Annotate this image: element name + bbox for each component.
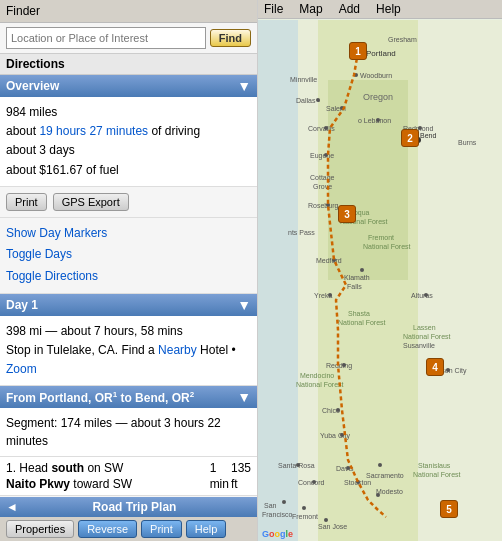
svg-text:National Forest: National Forest [296, 381, 344, 388]
links-section: Show Day Markers Toggle Days Toggle Dire… [0, 218, 257, 294]
day1-content: 398 mi — about 7 hours, 58 mins Stop in … [0, 316, 257, 387]
svg-text:National Forest: National Forest [403, 333, 451, 340]
menu-help[interactable]: Help [376, 2, 401, 16]
roadtrip-toolbar: Properties Reverse Print Help [0, 517, 257, 541]
svg-text:Concord: Concord [298, 479, 325, 486]
segment-content: Segment: 174 miles — about 3 hours 22 mi… [0, 408, 257, 457]
days-info: about 3 days [6, 141, 251, 160]
day1-stop: Stop in Tulelake, CA. Find a Nearby Hote… [6, 341, 251, 379]
zoom-link[interactable]: Zoom [6, 362, 37, 376]
svg-text:Fremont: Fremont [368, 234, 394, 241]
svg-text:Alturas: Alturas [411, 292, 433, 299]
show-day-markers-link[interactable]: Show Day Markers [6, 223, 251, 245]
svg-text:Burns: Burns [458, 139, 477, 146]
properties-button[interactable]: Properties [6, 520, 74, 538]
svg-text:Susanville: Susanville [403, 342, 435, 349]
svg-point-61 [378, 463, 382, 467]
step1-col2: 1 [210, 461, 229, 475]
roadtrip-print-button[interactable]: Print [141, 520, 182, 538]
menu-file[interactable]: File [264, 2, 283, 16]
directions-label: Directions [0, 54, 257, 75]
svg-text:Eugene: Eugene [310, 152, 334, 160]
svg-text:Klamath: Klamath [344, 274, 370, 281]
svg-text:Oregon: Oregon [363, 92, 393, 102]
svg-text:Sacramento: Sacramento [366, 472, 404, 479]
svg-text:Lassen: Lassen [413, 324, 436, 331]
segment-text: Segment: 174 miles — about 3 hours 22 mi… [6, 414, 251, 450]
fuel-cost: about $161.67 of fuel [6, 161, 251, 180]
toggle-directions-link[interactable]: Toggle Directions [6, 266, 251, 288]
svg-text:Bend: Bend [420, 132, 436, 139]
svg-text:Falls: Falls [347, 283, 362, 290]
overview-header[interactable]: Overview ▼ [0, 75, 257, 97]
svg-text:Cottage: Cottage [310, 174, 335, 182]
svg-point-76 [324, 518, 328, 522]
segment-header[interactable]: From Portland, OR1 to Bend, OR2 ▼ [0, 386, 257, 408]
day1-header[interactable]: Day 1 ▼ [0, 294, 257, 316]
map-panel: File Map Add Help Oregon Portland Gresha… [258, 0, 502, 541]
day1-arrow: ▼ [237, 297, 251, 313]
svg-text:San: San [264, 502, 277, 509]
svg-text:o Lebanon: o Lebanon [358, 117, 391, 124]
svg-text:Modesto: Modesto [376, 488, 403, 495]
roadtrip-arrow-left: ◄ [6, 500, 18, 514]
svg-text:Chico: Chico [322, 407, 340, 414]
svg-text:Stanislaus: Stanislaus [418, 462, 451, 469]
day1-distance: 398 mi — about 7 hours, 58 mins [6, 322, 251, 341]
search-input[interactable] [6, 27, 206, 49]
svg-point-71 [282, 500, 286, 504]
step1-row: 1. Head south on SW 1 135 Naito Pkwy tow… [0, 457, 257, 496]
svg-text:Roseburg: Roseburg [308, 202, 338, 210]
svg-text:Mendocino: Mendocino [300, 372, 334, 379]
waypoint-2: 2 [401, 129, 419, 147]
svg-text:Yreka: Yreka [314, 292, 332, 299]
svg-text:National Forest: National Forest [338, 319, 386, 326]
waypoint-5: 5 [440, 500, 458, 518]
segment-arrow: ▼ [237, 389, 251, 405]
driving-time: about 19 hours 27 minutes of driving [6, 122, 251, 141]
svg-text:nts Pass: nts Pass [288, 229, 315, 236]
waypoint-4: 4 [426, 358, 444, 376]
svg-text:Fremont: Fremont [292, 513, 318, 520]
svg-text:Google: Google [262, 529, 293, 539]
reverse-button[interactable]: Reverse [78, 520, 137, 538]
find-button[interactable]: Find [210, 29, 251, 47]
svg-text:National Forest: National Forest [363, 243, 411, 250]
total-miles: 984 miles [6, 103, 251, 122]
svg-text:Gresham: Gresham [388, 36, 417, 43]
gps-export-button[interactable]: GPS Export [53, 193, 129, 211]
map-container: Oregon Portland Gresham Woodburn Minnvil… [258, 20, 502, 541]
finder-bar: Find [0, 23, 257, 54]
svg-text:Shasta: Shasta [348, 310, 370, 317]
svg-text:Dallas •: Dallas • [296, 97, 320, 104]
svg-text:Minnville: Minnville [290, 76, 317, 83]
step1-col3: 135 [231, 461, 251, 475]
svg-text:Portland: Portland [366, 49, 396, 58]
nearby-link[interactable]: Nearby [158, 343, 197, 357]
svg-point-74 [302, 506, 306, 510]
svg-text:Grove: Grove [313, 183, 332, 190]
menu-add[interactable]: Add [339, 2, 360, 16]
waypoint-1: 1 [349, 42, 367, 60]
overview-arrow: ▼ [237, 78, 251, 94]
waypoint-3: 3 [338, 205, 356, 223]
help-button[interactable]: Help [186, 520, 227, 538]
menu-map[interactable]: Map [299, 2, 322, 16]
finder-title: Finder [6, 4, 40, 18]
action-buttons: Print GPS Export [0, 187, 257, 218]
svg-text:Medford: Medford [316, 257, 342, 264]
svg-text:San Jose: San Jose [318, 523, 347, 530]
svg-text:National Forest: National Forest [413, 471, 461, 478]
toggle-days-link[interactable]: Toggle Days [6, 244, 251, 266]
svg-text:Santa Rosa: Santa Rosa [278, 462, 315, 469]
print-button[interactable]: Print [6, 193, 47, 211]
step1-row2-col3: ft [231, 477, 251, 491]
roadtrip-header[interactable]: ◄ Road Trip Plan [0, 497, 257, 517]
map-menubar: File Map Add Help [258, 0, 502, 19]
overview-content: 984 miles about 19 hours 27 minutes of d… [0, 97, 257, 187]
svg-text:Francisco: Francisco [262, 511, 292, 518]
svg-text:Woodburn: Woodburn [360, 72, 392, 79]
finder-header: Finder [0, 0, 257, 23]
directions-section: Directions Overview ▼ 984 miles about 19… [0, 54, 257, 497]
svg-point-35 [360, 268, 364, 272]
